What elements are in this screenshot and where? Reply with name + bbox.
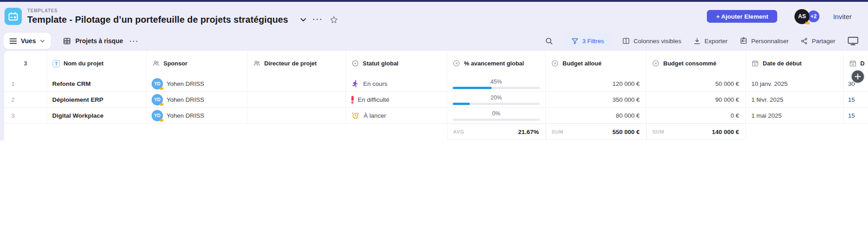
sum-label: SUM xyxy=(552,129,563,134)
start-date-cell[interactable]: 10 janv. 2025 xyxy=(746,76,843,91)
people-icon xyxy=(253,60,261,67)
project-name-cell[interactable]: Digital Workplace xyxy=(47,108,147,123)
status-cell[interactable]: En cours xyxy=(346,76,447,91)
avatar: YD xyxy=(152,110,163,121)
alarm-clock-icon xyxy=(351,111,360,120)
view-options-button[interactable]: ··· xyxy=(129,37,139,45)
progress-cell[interactable]: 0% xyxy=(447,108,546,123)
budget-spent-cell[interactable]: 50 000 € xyxy=(646,76,746,91)
table-row[interactable]: 3 Digital Workplace YD Yohen DRISS À lan… xyxy=(4,108,868,124)
avatar: YD xyxy=(152,78,163,90)
svg-text:31: 31 xyxy=(754,64,757,66)
invite-button[interactable]: Inviter xyxy=(833,13,852,20)
customize-label: Personnaliser xyxy=(751,38,789,45)
sum-budget-spent-value: 140 000 € xyxy=(712,129,739,135)
presentation-button[interactable] xyxy=(847,36,859,46)
column-header-progress[interactable]: # % avancement global xyxy=(447,51,546,76)
column-header-budget-allocated[interactable]: # Budget alloué xyxy=(546,51,646,76)
budget-allocated-cell[interactable]: 350 000 € xyxy=(546,92,646,107)
monitor-icon xyxy=(847,36,859,46)
crown-icon xyxy=(159,118,164,123)
crown-icon xyxy=(805,20,810,26)
share-icon xyxy=(800,37,808,45)
column-header-status[interactable]: Statut global xyxy=(346,51,447,76)
chevron-down-icon xyxy=(300,18,306,22)
filters-button[interactable]: 3 Filtres xyxy=(565,34,610,48)
view-tab[interactable]: Projets à risque xyxy=(63,37,123,45)
column-header-director[interactable]: Directeur de projet xyxy=(247,51,346,76)
progress-label: 20% xyxy=(453,95,540,101)
avg-label: AVG xyxy=(453,129,464,134)
export-button[interactable]: Exporter xyxy=(693,37,728,45)
status-cell[interactable]: En difficulté xyxy=(346,92,447,107)
table-row[interactable]: 2 Déploiement ERP YD Yohen DRISS En diff… xyxy=(4,92,868,108)
svg-text:31: 31 xyxy=(852,64,854,66)
share-button[interactable]: Partager xyxy=(800,37,835,45)
row-count-header: 3 xyxy=(4,51,47,76)
star-icon xyxy=(330,15,338,24)
exclamation-icon xyxy=(351,96,354,104)
budget-spent-cell[interactable]: 0 € xyxy=(646,108,746,123)
funnel-icon xyxy=(571,37,579,45)
budget-allocated-cell[interactable]: 80 000 € xyxy=(546,108,646,123)
add-row-floating-button[interactable] xyxy=(852,70,864,83)
views-label: Vues xyxy=(21,37,36,45)
workspace-icon[interactable] xyxy=(5,8,22,25)
start-date-cell[interactable]: 1 mai 2025 xyxy=(746,108,843,123)
avatar-group[interactable]: AS +2 xyxy=(794,9,820,24)
director-cell[interactable] xyxy=(247,76,346,91)
progress-cell[interactable]: 45% xyxy=(447,76,546,91)
summary-row: AVG 21.67% SUM 550 000 € SUM 140 000 € xyxy=(4,124,868,140)
table-row[interactable]: 1 Refonte CRM YD Yohen DRISS En cours 45… xyxy=(4,76,868,92)
svg-text:#: # xyxy=(455,61,458,65)
table-header-row: 3 T Nom du projet Sponsor Directeur de p… xyxy=(4,51,868,76)
summary-progress[interactable]: AVG 21.67% xyxy=(447,124,546,140)
sponsor-cell[interactable]: YD Yohen DRISS xyxy=(147,92,247,107)
column-header-budget-spent[interactable]: # Budget consommé xyxy=(646,51,746,76)
sponsor-name: Yohen DRISS xyxy=(167,96,204,103)
end-date-cell-partial[interactable]: 15 xyxy=(843,92,868,107)
more-options-button[interactable]: ··· xyxy=(313,15,323,24)
number-field-icon: # xyxy=(551,60,559,67)
start-date-cell[interactable]: 1 févr. 2025 xyxy=(746,92,843,107)
topbar-right: + Ajouter Element AS +2 Inviter xyxy=(707,9,852,24)
favorite-button[interactable] xyxy=(330,15,338,24)
budget-spent-cell[interactable]: 90 000 € xyxy=(646,92,746,107)
progress-fill xyxy=(453,103,470,105)
number-field-icon: # xyxy=(453,60,460,67)
budget-allocated-cell[interactable]: 120 000 € xyxy=(546,76,646,91)
search-button[interactable] xyxy=(545,37,553,45)
add-element-button[interactable]: + Ajouter Element xyxy=(707,10,777,23)
avatar[interactable]: AS xyxy=(794,9,809,24)
progress-cell[interactable]: 20% xyxy=(447,92,546,107)
hamburger-icon xyxy=(10,38,17,44)
views-menu-button[interactable]: Vues xyxy=(4,33,51,49)
project-name-cell[interactable]: Refonte CRM xyxy=(47,76,147,91)
visible-columns-label: Colonnes visibles xyxy=(634,38,681,45)
template-card-icon xyxy=(7,10,19,22)
toolbar: Vues Projets à risque ··· 3 Filtres Colo… xyxy=(0,31,868,51)
column-header-name[interactable]: T Nom du projet xyxy=(47,51,147,76)
avatar: YD xyxy=(152,94,163,105)
summary-budget-allocated[interactable]: SUM 550 000 € xyxy=(546,124,646,140)
title-menu-button[interactable] xyxy=(300,18,306,22)
status-cell[interactable]: À lancer xyxy=(346,108,447,123)
title-block: TEMPLATES Template - Pilotage d’un porte… xyxy=(27,8,338,25)
customize-button[interactable]: Personnaliser xyxy=(740,37,789,45)
progress-fill xyxy=(453,87,492,89)
summary-budget-spent[interactable]: SUM 140 000 € xyxy=(646,124,746,140)
end-date-cell-partial[interactable]: 15 xyxy=(843,108,868,123)
avatar-initials: AS xyxy=(798,13,806,20)
column-header-start-date[interactable]: 31 Date de début xyxy=(746,51,843,76)
row-number: 1 xyxy=(4,76,47,91)
director-cell[interactable] xyxy=(247,92,346,107)
director-cell[interactable] xyxy=(247,108,346,123)
sponsor-name: Yohen DRISS xyxy=(167,112,204,119)
column-header-sponsor[interactable]: Sponsor xyxy=(147,51,247,76)
project-name-cell[interactable]: Déploiement ERP xyxy=(47,92,147,107)
number-field-icon: # xyxy=(652,60,660,67)
sponsor-cell[interactable]: YD Yohen DRISS xyxy=(147,108,247,123)
visible-columns-button[interactable]: Colonnes visibles xyxy=(622,37,681,45)
search-icon xyxy=(545,37,553,45)
sponsor-cell[interactable]: YD Yohen DRISS xyxy=(147,76,247,91)
